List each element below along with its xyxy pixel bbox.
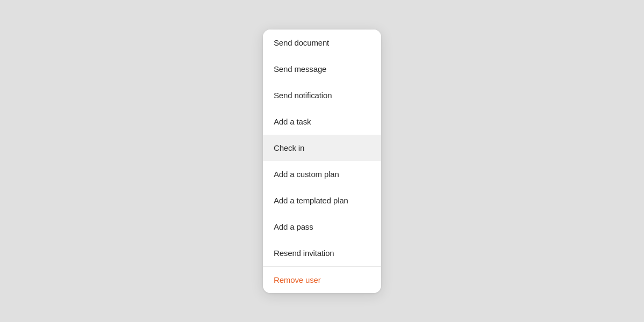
menu-item-check-in[interactable]: Check in bbox=[263, 135, 381, 161]
menu-item-remove-user[interactable]: Remove user bbox=[263, 267, 381, 293]
menu-item-add-task[interactable]: Add a task bbox=[263, 108, 381, 135]
menu-item-add-custom-plan[interactable]: Add a custom plan bbox=[263, 161, 381, 187]
menu-item-add-templated-plan[interactable]: Add a templated plan bbox=[263, 187, 381, 214]
menu-item-send-notification[interactable]: Send notification bbox=[263, 82, 381, 108]
menu-item-send-document[interactable]: Send document bbox=[263, 30, 381, 56]
menu-item-add-pass[interactable]: Add a pass bbox=[263, 214, 381, 240]
menu-item-resend-invitation[interactable]: Resend invitation bbox=[263, 240, 381, 266]
menu-item-send-message[interactable]: Send message bbox=[263, 56, 381, 82]
dropdown-menu: Send document Send message Send notifica… bbox=[263, 30, 381, 293]
